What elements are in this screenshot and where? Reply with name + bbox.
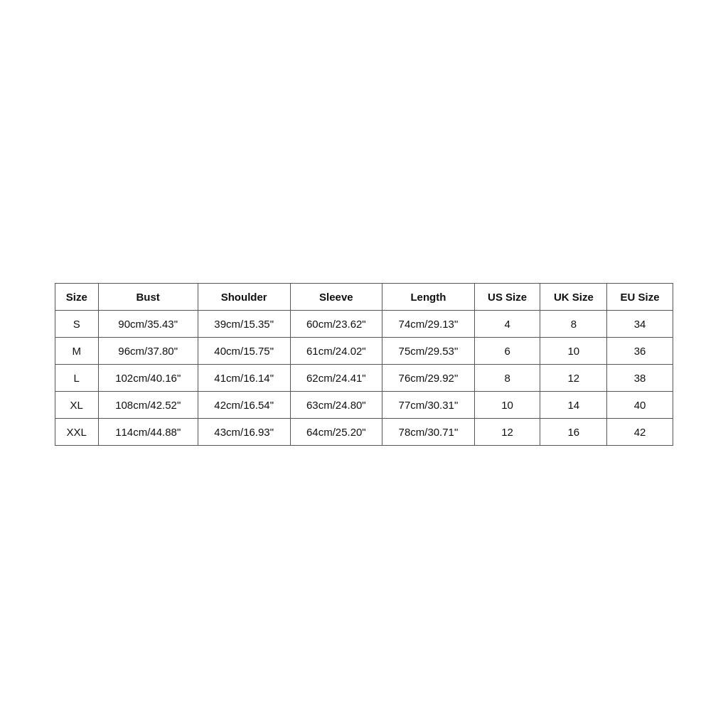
- cell-uk-size: 14: [540, 391, 607, 418]
- cell-length: 78cm/30.71": [382, 418, 475, 445]
- cell-uk-size: 10: [540, 337, 607, 364]
- col-header-us-size: US Size: [474, 283, 540, 310]
- cell-uk-size: 12: [540, 364, 607, 391]
- cell-eu-size: 36: [607, 337, 673, 364]
- cell-size: XXL: [55, 418, 99, 445]
- cell-length: 74cm/29.13": [382, 310, 475, 337]
- cell-us-size: 4: [474, 310, 540, 337]
- cell-us-size: 8: [474, 364, 540, 391]
- cell-shoulder: 41cm/16.14": [198, 364, 290, 391]
- cell-eu-size: 38: [607, 364, 673, 391]
- table-row: XXL114cm/44.88"43cm/16.93"64cm/25.20"78c…: [55, 418, 673, 445]
- cell-shoulder: 43cm/16.93": [198, 418, 290, 445]
- cell-shoulder: 39cm/15.35": [198, 310, 290, 337]
- cell-bust: 96cm/37.80": [98, 337, 198, 364]
- cell-size: L: [55, 364, 99, 391]
- col-header-length: Length: [382, 283, 475, 310]
- col-header-uk-size: UK Size: [540, 283, 607, 310]
- cell-size: M: [55, 337, 99, 364]
- cell-us-size: 6: [474, 337, 540, 364]
- cell-sleeve: 64cm/25.20": [290, 418, 382, 445]
- cell-sleeve: 61cm/24.02": [290, 337, 382, 364]
- cell-shoulder: 40cm/15.75": [198, 337, 290, 364]
- table-row: XL108cm/42.52"42cm/16.54"63cm/24.80"77cm…: [55, 391, 673, 418]
- size-chart-container: Size Bust Shoulder Sleeve Length US Size…: [55, 283, 673, 446]
- cell-length: 77cm/30.31": [382, 391, 475, 418]
- table-row: L102cm/40.16"41cm/16.14"62cm/24.41"76cm/…: [55, 364, 673, 391]
- col-header-sleeve: Sleeve: [290, 283, 382, 310]
- cell-uk-size: 16: [540, 418, 607, 445]
- cell-sleeve: 60cm/23.62": [290, 310, 382, 337]
- cell-us-size: 12: [474, 418, 540, 445]
- table-row: S90cm/35.43"39cm/15.35"60cm/23.62"74cm/2…: [55, 310, 673, 337]
- cell-us-size: 10: [474, 391, 540, 418]
- cell-shoulder: 42cm/16.54": [198, 391, 290, 418]
- cell-eu-size: 40: [607, 391, 673, 418]
- cell-size: XL: [55, 391, 99, 418]
- col-header-eu-size: EU Size: [607, 283, 673, 310]
- cell-eu-size: 42: [607, 418, 673, 445]
- cell-bust: 90cm/35.43": [98, 310, 198, 337]
- cell-length: 75cm/29.53": [382, 337, 475, 364]
- cell-bust: 114cm/44.88": [98, 418, 198, 445]
- col-header-shoulder: Shoulder: [198, 283, 290, 310]
- cell-uk-size: 8: [540, 310, 607, 337]
- col-header-size: Size: [55, 283, 99, 310]
- cell-length: 76cm/29.92": [382, 364, 475, 391]
- cell-bust: 102cm/40.16": [98, 364, 198, 391]
- cell-eu-size: 34: [607, 310, 673, 337]
- size-chart-table: Size Bust Shoulder Sleeve Length US Size…: [55, 283, 673, 446]
- cell-sleeve: 62cm/24.41": [290, 364, 382, 391]
- cell-sleeve: 63cm/24.80": [290, 391, 382, 418]
- cell-size: S: [55, 310, 99, 337]
- col-header-bust: Bust: [98, 283, 198, 310]
- table-row: M96cm/37.80"40cm/15.75"61cm/24.02"75cm/2…: [55, 337, 673, 364]
- table-header-row: Size Bust Shoulder Sleeve Length US Size…: [55, 283, 673, 310]
- cell-bust: 108cm/42.52": [98, 391, 198, 418]
